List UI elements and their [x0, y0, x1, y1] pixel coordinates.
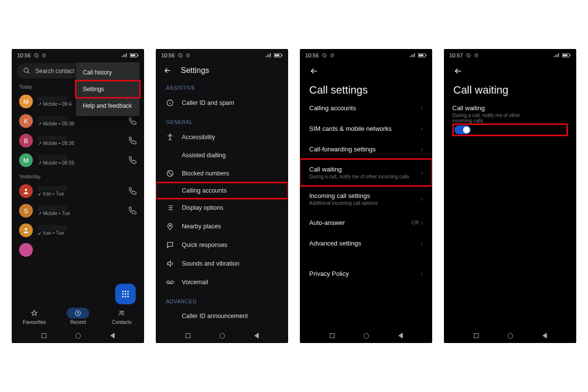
tab-contacts[interactable]: Contacts: [110, 308, 133, 325]
row-caller-id-spam[interactable]: Caller ID and spam: [156, 94, 288, 112]
alarm-icon: [330, 53, 335, 58]
chevron-right-icon: ›: [420, 104, 423, 112]
nav-recents[interactable]: [186, 333, 191, 338]
tab-label: Recent: [70, 319, 86, 325]
avatar: [19, 184, 33, 198]
dialpad-fab[interactable]: [115, 284, 136, 304]
message-icon: [166, 241, 174, 249]
call-icon[interactable]: [129, 137, 137, 145]
call-icon[interactable]: [129, 117, 137, 125]
block-icon: [166, 170, 174, 177]
nav-recents[interactable]: [330, 333, 335, 338]
svg-point-12: [125, 294, 126, 295]
row-sublabel: During a call, notify me of other incomi…: [452, 113, 536, 123]
row-caller-id-announcement[interactable]: Caller ID announcement: [156, 307, 288, 325]
contact-name-redacted: [38, 206, 67, 211]
tab-favourites[interactable]: Favourites: [23, 308, 46, 325]
row-blocked-numbers[interactable]: Blocked numbers: [156, 164, 288, 183]
call-waiting-toggle[interactable]: [454, 125, 471, 134]
row-advanced-settings[interactable]: Advanced settings ›: [300, 233, 432, 253]
contact-name-redacted: [38, 136, 67, 141]
row-call-waiting[interactable]: Call waiting During a call, notify me of…: [300, 159, 432, 186]
row-privacy-policy[interactable]: Privacy Policy ›: [300, 263, 432, 284]
no-sim-icon: [178, 53, 183, 58]
nav-home[interactable]: [508, 333, 513, 339]
nav-home[interactable]: [75, 333, 81, 339]
nav-home[interactable]: [220, 333, 225, 339]
nav-back[interactable]: [542, 333, 547, 339]
back-icon[interactable]: [163, 66, 172, 75]
nav-back[interactable]: [254, 333, 259, 339]
avatar: [19, 223, 33, 237]
row-label: Auto-answer: [309, 219, 412, 226]
row-voicemail[interactable]: Voicemail: [156, 273, 288, 292]
location-icon: [166, 222, 174, 230]
svg-rect-24: [274, 54, 279, 56]
call-icon[interactable]: [129, 187, 137, 195]
row-label: Incoming call settings: [309, 192, 420, 199]
page-title: Call waiting: [453, 81, 509, 97]
svg-point-15: [125, 296, 126, 297]
alarm-icon: [186, 53, 191, 58]
dialpad-icon: [121, 290, 130, 298]
signal-icon: [409, 53, 415, 58]
search-placeholder: Search contact: [35, 68, 74, 74]
row-call-waiting-toggle[interactable]: Call waiting During a call, notify me of…: [444, 98, 576, 143]
back-icon[interactable]: [453, 66, 463, 76]
row-incoming-settings[interactable]: Incoming call settings Additional incomi…: [300, 186, 432, 212]
row-sublabel: Additional incoming call options: [309, 200, 420, 206]
menu-item-help[interactable]: Help and feedback: [76, 98, 140, 114]
row-sounds-vibration[interactable]: Sounds and vibration: [156, 254, 288, 273]
menu-item-call-history[interactable]: Call history: [76, 64, 140, 81]
row-display-options[interactable]: Display options: [156, 198, 288, 217]
svg-rect-34: [426, 55, 426, 56]
sound-icon: [166, 260, 174, 268]
alarm-icon: [42, 53, 47, 58]
call-row[interactable]: ↙ Iran • Tue: [15, 181, 141, 201]
call-icon[interactable]: [129, 156, 137, 164]
android-nav: [300, 329, 432, 343]
row-call-forwarding[interactable]: Call-forwarding settings ›: [300, 139, 432, 159]
nav-back[interactable]: [398, 333, 403, 339]
no-sim-icon: [34, 53, 39, 58]
svg-point-7: [25, 228, 27, 230]
nav-recents[interactable]: [474, 333, 479, 338]
tab-recent[interactable]: Recent: [67, 308, 89, 325]
status-bar: 10:56: [12, 49, 144, 61]
app-bar: Call waiting: [444, 61, 576, 98]
row-label: Call waiting: [309, 166, 420, 173]
row-auto-answer[interactable]: Auto-answer Off ›: [300, 212, 432, 233]
nav-back[interactable]: [110, 333, 115, 339]
back-icon[interactable]: [309, 66, 319, 76]
call-row[interactable]: B ↗ Mobile • 09:38: [15, 131, 141, 150]
svg-point-6: [25, 189, 27, 191]
row-sim-networks[interactable]: SIM cards & mobile networks ›: [300, 118, 432, 139]
battery-icon: [562, 53, 571, 58]
row-label: Assisted dialling: [182, 152, 278, 159]
call-row[interactable]: ↙ Iran • Tue: [15, 220, 141, 240]
row-accessibility[interactable]: Accessibility: [156, 128, 288, 147]
row-assisted-dialling[interactable]: Assisted dialling: [156, 147, 288, 164]
screen-1-recents: 10:56 Search contact Today M ↗ Mobile • …: [12, 49, 144, 343]
call-row[interactable]: [15, 240, 141, 260]
row-calling-accounts[interactable]: Calling accounts ›: [300, 98, 432, 118]
battery-icon: [130, 53, 139, 58]
call-icon[interactable]: [129, 207, 137, 215]
section-advanced: ADVANCED: [156, 292, 288, 307]
menu-item-settings[interactable]: Settings: [76, 81, 140, 98]
row-label: Sounds and vibration: [182, 260, 278, 267]
call-row[interactable]: S ↗ Mobile • Tue: [15, 201, 141, 220]
nav-home[interactable]: [364, 333, 369, 339]
row-nearby-places[interactable]: Nearby places: [156, 217, 288, 236]
row-quick-responses[interactable]: Quick responses: [156, 236, 288, 254]
row-calling-accounts[interactable]: Calling accounts: [156, 183, 288, 198]
row-label: Nearby places: [182, 223, 278, 230]
tab-label: Contacts: [112, 319, 131, 325]
call-row[interactable]: M ↗ Mobile • 08:59: [15, 150, 141, 170]
svg-point-14: [122, 296, 123, 297]
screen-4-call-waiting: 10:57 Call waiting Call waiting During a…: [444, 49, 576, 343]
avatar: M: [19, 95, 33, 108]
svg-point-16: [127, 296, 129, 297]
signal-icon: [265, 53, 271, 58]
nav-recents[interactable]: [42, 333, 47, 338]
